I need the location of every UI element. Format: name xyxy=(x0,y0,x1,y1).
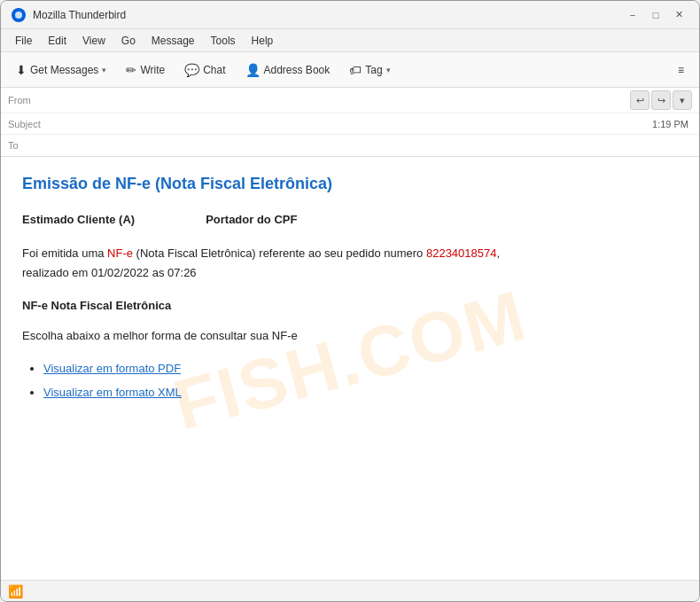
tag-button[interactable]: 🏷 Tag ▾ xyxy=(341,59,398,82)
forward-button[interactable]: ↪ xyxy=(651,90,671,110)
subject-label: Subject xyxy=(8,119,52,129)
write-button[interactable]: ✏ Write xyxy=(118,59,173,82)
subject-row: Subject 1:19 PM xyxy=(1,113,699,135)
pdf-link[interactable]: Visualizar em formato PDF xyxy=(43,362,181,375)
list-item: Visualizar em formato PDF xyxy=(43,360,678,379)
address-book-button[interactable]: 👤 Address Book xyxy=(237,59,338,82)
tag-dropdown-icon: ▾ xyxy=(386,66,391,74)
close-button[interactable]: ✕ xyxy=(669,5,688,25)
app-icon xyxy=(12,8,26,22)
order-number: 82234018574 xyxy=(426,246,497,260)
menu-go[interactable]: Go xyxy=(114,33,143,49)
to-label: To xyxy=(8,140,52,151)
section-title: NF-e Nota Fiscal Eletrônica xyxy=(22,297,678,316)
nf-e-label: NF-e xyxy=(107,246,133,260)
link-list: Visualizar em formato PDF Visualizar em … xyxy=(22,360,678,403)
email-subject-heading: Emissão de NF-e (Nota Fiscal Eletrônica) xyxy=(22,175,678,193)
email-body-content: Estimado Cliente (A) Portador do CPF Foi… xyxy=(22,211,678,402)
more-actions-button[interactable]: ▾ xyxy=(673,90,692,110)
menu-message[interactable]: Message xyxy=(144,33,202,49)
get-messages-dropdown-icon: ▾ xyxy=(102,66,106,74)
email-time: 1:19 PM xyxy=(652,119,688,129)
menu-bar: File Edit View Go Message Tools Help xyxy=(1,29,699,52)
menu-view[interactable]: View xyxy=(75,33,113,49)
wifi-icon: 📶 xyxy=(8,584,23,598)
email-action-buttons: ↩ ↪ ▾ xyxy=(630,90,692,110)
address-book-icon: 👤 xyxy=(245,63,261,77)
tag-icon: 🏷 xyxy=(349,63,362,77)
minimize-button[interactable]: − xyxy=(623,5,642,25)
greeting-left: Estimado Cliente (A) xyxy=(22,211,135,230)
tag-label: Tag xyxy=(365,64,382,76)
menu-tools[interactable]: Tools xyxy=(204,33,243,49)
body-paragraph-1: Foi emitida uma NF-e (Nota Fiscal Eletrô… xyxy=(22,244,678,283)
email-header: From ↩ ↪ ▾ Subject 1:19 PM To xyxy=(1,88,699,157)
list-item: Visualizar em formato XML xyxy=(43,384,678,403)
email-body-area: FISH.COM Emissão de NF-e (Nota Fiscal El… xyxy=(1,157,699,580)
xml-link[interactable]: Visualizar em formato XML xyxy=(43,386,182,399)
write-label: Write xyxy=(140,64,165,76)
menu-file[interactable]: File xyxy=(8,33,39,49)
menu-edit[interactable]: Edit xyxy=(41,33,74,49)
body-text-1: Foi emitida uma xyxy=(22,246,107,260)
reply-button[interactable]: ↩ xyxy=(630,90,649,110)
svg-point-0 xyxy=(15,12,22,19)
from-row: From ↩ ↪ ▾ xyxy=(1,88,699,113)
hamburger-menu-icon: ≡ xyxy=(678,64,684,76)
hamburger-menu-button[interactable]: ≡ xyxy=(670,59,692,81)
maximize-button[interactable]: □ xyxy=(646,5,665,25)
toolbar: ⬇ Get Messages ▾ ✏ Write 💬 Chat 👤 Addres… xyxy=(1,52,699,88)
to-row: To xyxy=(1,135,699,156)
get-messages-button[interactable]: ⬇ Get Messages ▾ xyxy=(8,59,114,82)
chat-label: Chat xyxy=(203,64,225,76)
body-text-3: , xyxy=(496,246,500,260)
status-bar: 📶 xyxy=(1,580,699,601)
window-controls: − □ ✕ xyxy=(623,5,688,25)
instruction-text: Escolha abaixo a melhor forma de consult… xyxy=(22,326,678,346)
main-window: Mozilla Thunderbird − □ ✕ File Edit View… xyxy=(0,0,700,602)
chat-button[interactable]: 💬 Chat xyxy=(176,59,233,82)
greeting-right: Portador do CPF xyxy=(206,211,297,230)
title-bar: Mozilla Thunderbird − □ ✕ xyxy=(1,1,699,29)
write-icon: ✏ xyxy=(126,63,136,77)
greeting-row: Estimado Cliente (A) Portador do CPF xyxy=(22,211,678,230)
chat-icon: 💬 xyxy=(184,63,199,77)
address-book-label: Address Book xyxy=(264,64,331,76)
body-text-2: (Nota Fiscal Eletrônica) referente ao se… xyxy=(133,246,426,260)
menu-help[interactable]: Help xyxy=(245,33,281,49)
get-messages-icon: ⬇ xyxy=(16,63,27,77)
from-label: From xyxy=(8,95,52,106)
window-title: Mozilla Thunderbird xyxy=(33,9,623,21)
body-line-2: realizado em 01/02/2022 as 07:26 xyxy=(22,266,197,279)
get-messages-label: Get Messages xyxy=(30,64,98,76)
